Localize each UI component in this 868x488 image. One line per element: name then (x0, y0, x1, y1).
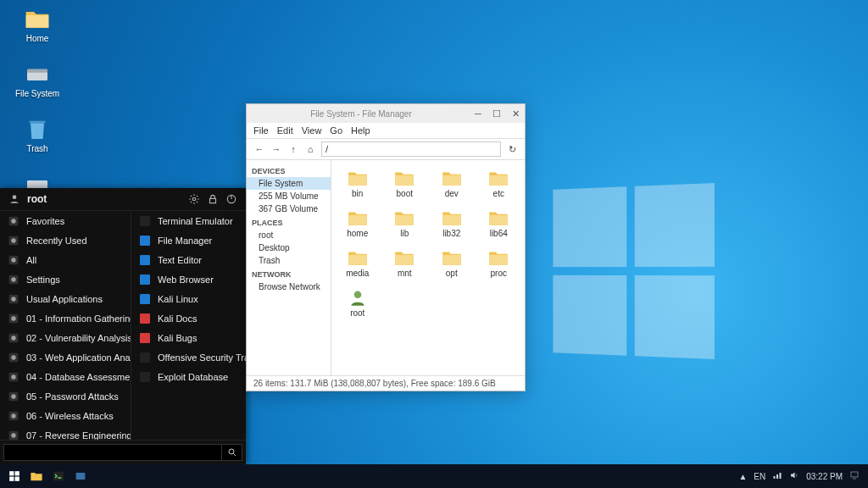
svg-rect-35 (140, 216, 150, 226)
search-button[interactable] (222, 444, 242, 461)
offsec-icon (138, 351, 152, 364)
folder-item[interactable]: dev (429, 165, 475, 200)
desktop-trash[interactable]: Trash (14, 115, 61, 153)
menu-label: 05 - Password Attacks (26, 391, 119, 402)
sidebar-device[interactable]: File System (247, 177, 331, 190)
sidebar-place[interactable]: root (247, 229, 331, 241)
menu-label: Terminal Emulator (158, 216, 233, 226)
folder-item[interactable]: lib64 (476, 205, 522, 240)
menu-app[interactable]: Kali Bugs (131, 328, 246, 347)
sidebar-network[interactable]: Browse Network (247, 280, 331, 293)
menu-app[interactable]: Exploit Database (131, 367, 246, 386)
folder-item[interactable]: boot (382, 165, 428, 200)
lock-icon[interactable] (207, 193, 219, 205)
menu-category[interactable]: 05 - Password Attacks (0, 386, 131, 406)
menu-app[interactable]: Offensive Security Trai... (131, 347, 246, 367)
sidebar-place[interactable]: Trash (247, 254, 331, 267)
folder-item[interactable]: proc (476, 245, 522, 280)
search-input[interactable] (3, 444, 222, 461)
reload-button[interactable]: ↻ (506, 144, 518, 155)
sidebar-header: DEVICES (247, 164, 331, 177)
grid-icon (7, 253, 20, 267)
menu-label: Recently Used (26, 236, 87, 246)
settings-icon[interactable] (188, 193, 200, 205)
folder-item[interactable]: media (335, 245, 381, 280)
folder-item[interactable]: lib (382, 205, 428, 240)
menu-label: Kali Bugs (158, 333, 197, 343)
svg-rect-37 (140, 255, 150, 265)
folder-item[interactable]: mnt (382, 245, 428, 280)
path-bar[interactable]: / (321, 141, 501, 157)
folder-item[interactable]: root (335, 285, 381, 319)
taskbar-item[interactable] (70, 466, 92, 486)
menu-category[interactable]: 03 - Web Application Analysis (0, 347, 131, 367)
folder-item[interactable]: etc (476, 165, 522, 200)
menu-label: Favorites (26, 216, 64, 226)
menu-category[interactable]: All (0, 250, 131, 269)
menu-app[interactable]: Text Editor (131, 250, 246, 269)
minimize-button[interactable]: ─ (469, 104, 487, 123)
menu-go[interactable]: Go (330, 125, 342, 136)
svg-point-44 (229, 449, 234, 454)
titlebar[interactable]: File System - File Manager ─ ☐ ✕ (247, 104, 525, 123)
back-button[interactable]: ← (253, 144, 265, 154)
start-menu-apps: Terminal EmulatorFile ManagerText Editor… (131, 211, 246, 440)
folder-item[interactable]: bin (335, 165, 381, 200)
gear-icon (7, 273, 20, 286)
forward-button[interactable]: → (270, 144, 282, 154)
tray-clock[interactable]: 03:22 PM (806, 472, 843, 481)
power-icon[interactable] (225, 193, 237, 205)
menu-help[interactable]: Help (351, 125, 370, 136)
start-menu-categories: FavoritesRecently UsedAllSettingsUsual A… (0, 211, 131, 440)
menu-app[interactable]: Kali Docs (131, 308, 246, 328)
menu-category[interactable]: 02 - Vulnerability Analysis (0, 328, 131, 347)
up-button[interactable]: ↑ (287, 144, 299, 154)
menu-category[interactable]: 06 - Wireless Attacks (0, 406, 131, 425)
sidebar-place[interactable]: Desktop (247, 241, 331, 254)
menu-file[interactable]: File (253, 125, 269, 136)
folder-label: opt (446, 269, 458, 278)
menu-edit[interactable]: Edit (277, 125, 293, 136)
start-button[interactable] (3, 466, 25, 486)
tray-expand-icon[interactable]: ▲ (738, 472, 747, 481)
svg-rect-39 (140, 294, 150, 304)
desktop-filesystem[interactable]: File System (14, 60, 61, 98)
menu-label: 03 - Web Application Analysis (26, 352, 131, 363)
desktop-home[interactable]: Home (14, 5, 61, 43)
menu-category[interactable]: 07 - Reverse Engineering (0, 425, 131, 440)
menu-category[interactable]: Recently Used (0, 230, 131, 250)
folder-item[interactable]: opt (429, 245, 475, 280)
sidebar-device[interactable]: 367 GB Volume (247, 202, 331, 215)
menu-category[interactable]: Settings (0, 269, 131, 289)
folder-item[interactable]: lib32 (429, 205, 475, 240)
maximize-button[interactable]: ☐ (487, 104, 506, 123)
close-button[interactable]: ✕ (506, 104, 525, 123)
tray-lang[interactable]: EN (754, 472, 765, 481)
web-icon (7, 351, 20, 364)
sidebar-device[interactable]: 255 MB Volume (247, 190, 331, 202)
menu-label: File Manager (158, 236, 212, 246)
menu-app[interactable]: File Manager (131, 230, 246, 250)
menu-category[interactable]: 01 - Information Gathering (0, 308, 131, 328)
menu-app[interactable]: Web Browser (131, 269, 246, 289)
menu-category[interactable]: Favorites (0, 211, 131, 230)
menu-category[interactable]: 04 - Database Assessment (0, 367, 131, 386)
svg-rect-49 (9, 477, 14, 481)
taskbar-terminal[interactable] (47, 466, 70, 486)
home-button[interactable]: ⌂ (304, 144, 316, 154)
menu-view[interactable]: View (302, 125, 322, 136)
menu-app[interactable]: Terminal Emulator (131, 211, 246, 230)
username: root (27, 193, 181, 205)
tray-notifications-icon[interactable] (849, 470, 860, 482)
tray-volume-icon[interactable] (789, 470, 799, 482)
folder-item[interactable]: home (335, 205, 381, 240)
folder-label: mnt (398, 269, 412, 278)
svg-rect-51 (53, 472, 64, 481)
svg-rect-43 (140, 372, 150, 382)
menu-app[interactable]: Kali Linux (131, 289, 246, 308)
taskbar-file-manager[interactable] (25, 466, 47, 486)
menu-category[interactable]: Usual Applications (0, 289, 131, 308)
tray-network-icon[interactable] (772, 470, 782, 482)
folder-label: bin (352, 189, 363, 198)
kali-docs-icon (138, 312, 152, 325)
